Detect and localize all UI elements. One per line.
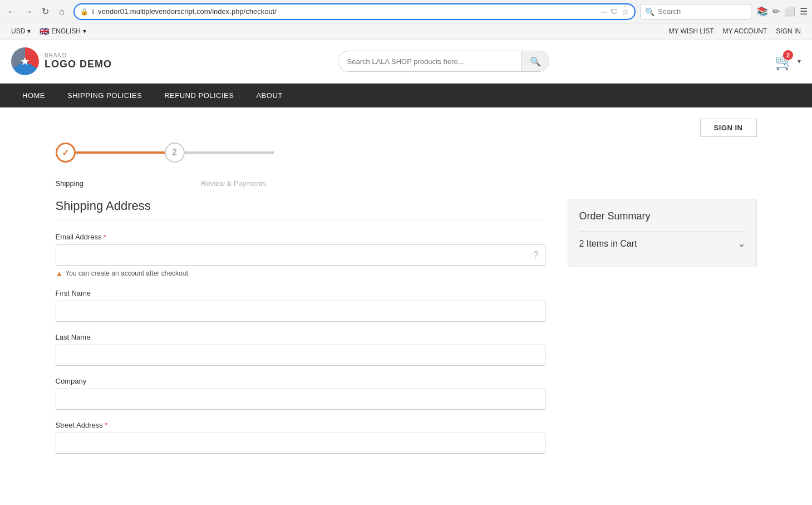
- currency-chevron-icon: ▾: [27, 27, 31, 35]
- nav-item-about[interactable]: ABOUT: [245, 84, 293, 107]
- help-icon[interactable]: ?: [534, 250, 539, 260]
- currency-dropdown[interactable]: USD ▾: [11, 27, 31, 35]
- brand-text: BRAND LOGO DEMO: [45, 52, 112, 70]
- company-input[interactable]: [56, 389, 545, 410]
- street-label: Street Address *: [56, 421, 545, 429]
- step-line-1: [76, 151, 165, 154]
- language-dropdown[interactable]: 🇬🇧 ENGLISH ▾: [40, 27, 86, 36]
- cart-badge: 2: [783, 50, 793, 60]
- logo-icon: [11, 47, 39, 75]
- cart-area[interactable]: 🛒 2 ▾: [775, 52, 801, 71]
- step-labels: Shipping Review & Payments: [56, 179, 757, 188]
- email-input-wrap: ?: [56, 244, 545, 266]
- site-search-button[interactable]: 🔍: [521, 51, 549, 71]
- reload-button[interactable]: ↻: [38, 4, 52, 19]
- nav-item-home[interactable]: HOME: [11, 84, 56, 107]
- step-2-label: Review & Payments: [178, 179, 289, 188]
- street-input[interactable]: [56, 433, 545, 454]
- search-icon: 🔍: [645, 7, 654, 16]
- site-search-bar[interactable]: 🔍: [338, 51, 549, 72]
- note-arrow-icon: ▲: [56, 269, 63, 278]
- sidebar-section: Order Summary 2 Items in Cart ⌄: [568, 199, 757, 267]
- firstname-label: First Name: [56, 289, 545, 297]
- address-bar-actions: ··· 🛡 ☆: [601, 7, 629, 16]
- info-icon: ℹ: [92, 8, 95, 16]
- site-header: BRAND LOGO DEMO 🔍 🛒 2 ▾: [0, 40, 812, 84]
- signin-top-area: SIGN IN: [56, 119, 757, 137]
- signin-outline-button[interactable]: SIGN IN: [700, 119, 757, 137]
- email-label: Email Address *: [56, 233, 545, 241]
- items-in-cart-row[interactable]: 2 Items in Cart ⌄: [579, 231, 745, 256]
- company-label: Company: [56, 377, 545, 385]
- order-summary-box: Order Summary 2 Items in Cart ⌄: [568, 199, 757, 267]
- back-button[interactable]: ←: [4, 4, 19, 19]
- progress-bar: ✓ 2: [56, 143, 757, 163]
- layout-icon: ⬜: [784, 6, 795, 17]
- street-form-group: Street Address *: [56, 421, 545, 454]
- street-required-star: *: [105, 421, 107, 429]
- myaccount-link[interactable]: MY ACCOUNT: [723, 27, 767, 35]
- progress-steps: ✓ 2 Shipping Review & Payments: [56, 143, 757, 188]
- email-form-group: Email Address * ? ▲ You can create an ac…: [56, 233, 545, 278]
- lastname-input[interactable]: [56, 345, 545, 366]
- browser-nav-buttons: ← → ↻ ⌂: [4, 4, 69, 19]
- order-summary-title: Order Summary: [579, 210, 745, 222]
- step-1-circle: ✓: [56, 143, 76, 163]
- lastname-label: Last Name: [56, 333, 545, 341]
- signin-link[interactable]: SIGN IN: [776, 27, 801, 35]
- utility-bar: USD ▾ 🇬🇧 ENGLISH ▾ MY WISH LIST MY ACCOU…: [0, 23, 812, 40]
- lock-icon: 🔒: [80, 8, 88, 16]
- more-icon: ···: [601, 7, 607, 16]
- language-chevron-icon: ▾: [83, 27, 86, 35]
- cart-chevron-icon: ▾: [798, 57, 801, 65]
- browser-search-box[interactable]: 🔍: [640, 4, 751, 19]
- step-line-2: [185, 151, 274, 154]
- main-nav: HOME SHIPPING POLICIES REFUND POLICIES A…: [0, 84, 812, 107]
- address-bar[interactable]: 🔒 ℹ vendor01.multiplevendorscript.com/in…: [73, 3, 636, 20]
- create-account-note: ▲ You can create an account after checko…: [56, 269, 545, 278]
- firstname-input[interactable]: [56, 301, 545, 322]
- nav-item-refund-policies[interactable]: REFUND POLICIES: [153, 84, 245, 107]
- browser-chrome: ← → ↻ ⌂ 🔒 ℹ vendor01.multiplevendorscrip…: [0, 0, 812, 23]
- pencil-icon: ✏: [772, 6, 780, 17]
- forward-button[interactable]: →: [21, 4, 36, 19]
- form-section: Shipping Address Email Address * ? ▲ You…: [56, 199, 545, 465]
- utility-left: USD ▾ 🇬🇧 ENGLISH ▾: [11, 27, 86, 36]
- items-in-cart-label: 2 Items in Cart: [579, 239, 637, 249]
- brand-logo[interactable]: BRAND LOGO DEMO: [11, 47, 112, 75]
- brand-name-text: LOGO DEMO: [45, 58, 112, 70]
- currency-label: USD: [11, 27, 25, 35]
- nav-item-shipping-policies[interactable]: SHIPPING POLICIES: [56, 84, 153, 107]
- section-title: Shipping Address: [56, 199, 545, 213]
- flag-icon: 🇬🇧: [40, 27, 49, 36]
- email-input[interactable]: [56, 244, 545, 266]
- url-text: vendor01.multiplevendorscript.com/index.…: [98, 7, 597, 16]
- home-button[interactable]: ⌂: [55, 4, 69, 19]
- browser-toolbar-icons: 📚 ✏ ⬜ ☰: [757, 6, 808, 17]
- company-form-group: Company: [56, 377, 545, 410]
- browser-right: 🔍 📚 ✏ ⬜ ☰: [640, 4, 808, 19]
- language-label: ENGLISH: [51, 27, 81, 35]
- site-search-input[interactable]: [338, 57, 521, 66]
- brand-small-text: BRAND: [45, 52, 112, 58]
- section-divider: [56, 219, 545, 219]
- utility-right: MY WISH LIST MY ACCOUNT SIGN IN: [668, 27, 801, 35]
- email-required-star: *: [104, 233, 106, 241]
- wishlist-link[interactable]: MY WISH LIST: [668, 27, 713, 35]
- star-icon: ☆: [622, 7, 629, 16]
- bookmarks-icon: 📚: [757, 6, 768, 17]
- step-1-label: Shipping: [56, 179, 178, 188]
- browser-search-input[interactable]: [658, 7, 751, 16]
- lastname-form-group: Last Name: [56, 333, 545, 366]
- firstname-form-group: First Name: [56, 289, 545, 322]
- menu-icon: ☰: [800, 6, 808, 17]
- items-chevron-icon: ⌄: [738, 238, 745, 249]
- main-layout: Shipping Address Email Address * ? ▲ You…: [56, 199, 757, 465]
- checkout-wrapper: SIGN IN ✓ 2 Shipping Review & Payments S…: [45, 107, 768, 476]
- bookmark-icon: 🛡: [611, 7, 618, 16]
- step-2-circle: 2: [165, 143, 185, 163]
